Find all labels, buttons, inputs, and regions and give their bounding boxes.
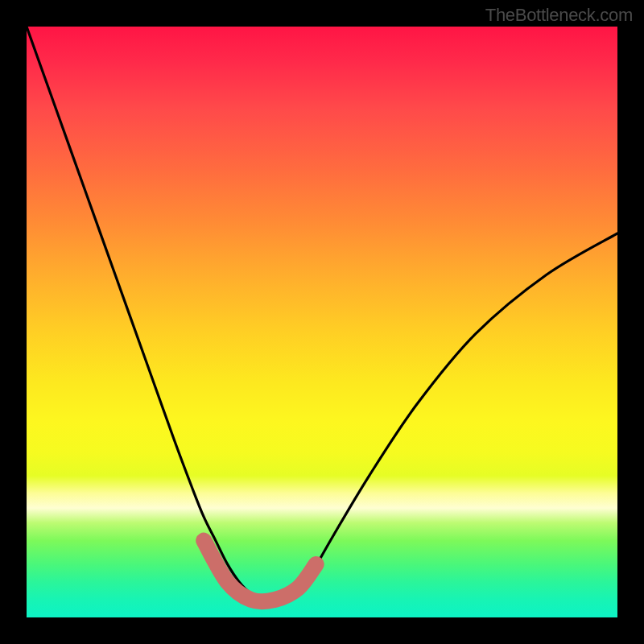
bottleneck-curve xyxy=(27,27,617,601)
watermark-text: TheBottleneck.com xyxy=(485,5,633,26)
chart-plot-area xyxy=(27,27,617,617)
chart-svg xyxy=(27,27,617,617)
